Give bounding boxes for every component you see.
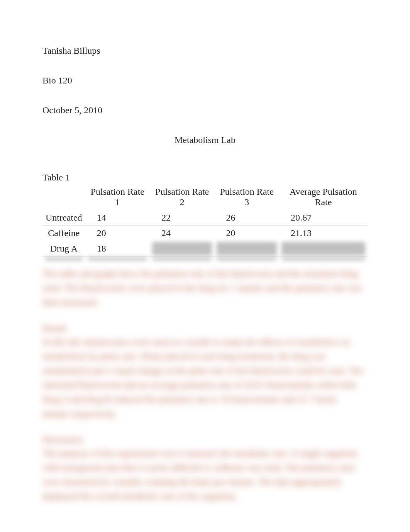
body-line: metabolized and a visual change in the p… <box>42 364 368 378</box>
cell: 26 <box>214 210 279 226</box>
cell-obscured <box>214 257 279 262</box>
row-label: Drug A <box>42 241 85 257</box>
cell-obscured <box>279 241 368 257</box>
cell: 20 <box>85 226 150 241</box>
body-line: metabolism by pulse rate. When placed in… <box>42 349 368 364</box>
table-row: Untreated 14 22 26 20.67 <box>42 210 368 226</box>
pulsation-table: Pulsation Rate 1 Pulsation Rate 2 Pulsat… <box>42 184 368 261</box>
discussion-section: Discussion The purpose of this experimen… <box>42 434 368 504</box>
cell-obscured <box>150 257 214 262</box>
locked-preview-region: The table and graph show the pulsation r… <box>42 267 368 503</box>
document-page: Tanisha Billups Bio 120 October 5, 2010 … <box>0 0 410 532</box>
table-label: Table 1 <box>42 172 368 183</box>
cell: 20.67 <box>279 210 368 226</box>
cell: 21.13 <box>279 226 368 241</box>
col-rate-1: Pulsation Rate 1 <box>85 184 150 210</box>
caption-line: then measured. <box>42 295 368 309</box>
body-line: with transparent skin that is easily dif… <box>42 461 368 475</box>
cell-obscured <box>279 257 368 262</box>
results-section: Result In this lab, blackworms were used… <box>42 323 368 421</box>
cell: 24 <box>150 226 214 241</box>
cell-obscured <box>85 257 150 262</box>
row-label: Untreated <box>42 210 85 226</box>
cell: 22 <box>150 210 214 226</box>
table-header-row: Pulsation Rate 1 Pulsation Rate 2 Pulsat… <box>42 184 368 210</box>
table-row: Caffeine 20 24 20 21.13 <box>42 226 368 241</box>
row-label: Caffeine <box>42 226 85 241</box>
results-heading: Result <box>42 323 368 333</box>
cell: 18 <box>85 241 150 257</box>
table-row: Drug A 18 <box>42 241 368 257</box>
col-blank <box>42 184 85 210</box>
cell-obscured <box>214 241 279 257</box>
col-avg: Average Pulsation Rate <box>279 184 368 210</box>
row-label-obscured <box>42 257 85 262</box>
body-line: drug A and drug B reduced the pulsation … <box>42 392 368 406</box>
cell: 14 <box>85 210 150 226</box>
col-rate-2: Pulsation Rate 2 <box>150 184 214 210</box>
discussion-body: The purpose of this experiment was to me… <box>42 446 368 504</box>
cell: 20 <box>214 226 279 241</box>
date-line: October 5, 2010 <box>42 105 368 116</box>
author-line: Tanisha Billups <box>42 46 368 56</box>
body-line: were measured by visually counting the b… <box>42 475 368 489</box>
table-caption: The table and graph show the pulsation r… <box>42 267 368 310</box>
body-line: minute respectively. <box>42 407 368 421</box>
caption-line: The table and graph show the pulsation r… <box>42 267 368 281</box>
cell-obscured <box>150 241 214 257</box>
caption-line: used. The blackworms were placed in the … <box>42 281 368 295</box>
course-line: Bio 120 <box>42 75 368 86</box>
page-title: Metabolism Lab <box>42 135 368 145</box>
results-body: In this lab, blackworms were used as a m… <box>42 335 368 421</box>
body-line: In this lab, blackworms were used as a m… <box>42 335 368 349</box>
body-line: The purpose of this experiment was to me… <box>42 446 368 461</box>
col-rate-3: Pulsation Rate 3 <box>214 184 279 210</box>
discussion-heading: Discussion <box>42 434 368 445</box>
table-row-obscured <box>42 257 368 262</box>
body-line: untreated blackworm had an average pulsa… <box>42 378 368 392</box>
body-line: displayed the overall metabolic rate of … <box>42 489 368 503</box>
